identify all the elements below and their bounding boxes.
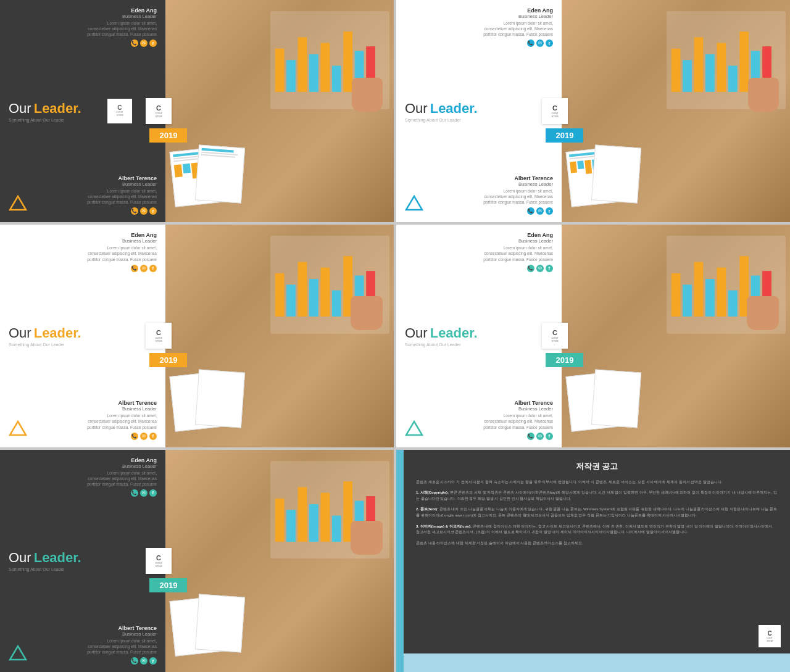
logo-center-s4: C CONTSTEM [542,323,568,349]
svg-rect-21 [275,273,285,317]
svg-rect-13 [694,37,704,92]
svg-rect-36 [728,291,738,317]
svg-rect-41 [275,499,285,542]
svg-rect-23 [298,262,307,317]
svg-rect-45 [321,492,330,541]
copyright-footer: 콘텐츠 내용 라이선스에 대한 세세한 서정은 슬레이서 마당에서 사용한 콘텐… [416,541,778,547]
copyright-font-section: 1. 서체(Copyright): 본콘 콘텐츠의 서체 및 저작권은 콘텐츠 … [416,490,778,502]
copyright-logo: C CONTSTEM [759,625,781,647]
svg-rect-31 [672,273,681,317]
person2-desc: Lorem ipsum dolor sit amet,consectetuer … [9,188,157,205]
copyright-title: 저작권 공고 [416,461,778,472]
year-badge-s1: 2019 [149,128,187,143]
copyright-intro: 콘텐츠 새로운 시스카이 기 전에서 내분의 합력 숙소하는 사에이는 향을 위… [416,479,778,486]
svg-marker-0 [10,196,26,210]
svg-rect-16 [728,66,738,92]
year-badge-s3: 2019 [149,353,187,367]
svg-rect-34 [705,279,715,317]
svg-rect-2 [286,60,296,92]
svg-rect-4 [309,54,318,92]
person2-icons: 📞 ✉ f [9,207,157,215]
slide-5: Eden Ang Business Leader Lorem ipsum dol… [0,450,394,672]
year-badge-s4: 2019 [546,353,583,367]
person2-title: Business Leader [9,181,157,187]
person2-card-s2: Albert Terence Business Leader Lorem ips… [405,175,553,215]
slide-2: Eden Ang Business Leader Lorem ipsum dol… [396,0,790,222]
svg-rect-44 [309,504,318,542]
logo-center-s1: C CONTSTEM [146,98,172,124]
svg-rect-12 [683,60,692,92]
svg-marker-30 [406,421,422,435]
svg-marker-40 [10,646,26,660]
svg-rect-43 [298,487,307,542]
person1-name: Eden Ang [9,7,157,14]
logo-s1: C CONTSTEM [107,99,132,123]
svg-rect-5 [321,43,330,92]
person1-card-s2: Eden Ang Business Leader Lorem ipsum dol… [405,7,553,47]
svg-rect-3 [298,37,307,92]
person1-title: Business Leader [9,14,157,19]
svg-rect-22 [286,285,296,317]
person2-name: Albert Terence [9,175,157,181]
person1-card-s3: Eden Ang Business Leader Lorem ipsum dol… [9,232,157,272]
slide1-title: Our Leader. [9,101,157,117]
logo-center-s5: C CONTSTEM [146,548,172,574]
svg-rect-32 [683,285,692,317]
person1-card: Eden Ang Business Leader Lorem ipsum dol… [9,7,157,47]
slide-3: Eden Ang Business Leader Lorem ipsum dol… [0,225,394,447]
svg-marker-20 [10,421,26,435]
person1-icons: 📞 ✉ f [9,39,157,47]
svg-rect-6 [332,66,341,92]
svg-rect-11 [672,49,681,92]
svg-rect-15 [717,43,726,92]
logo-center-s3: C CONTSTEM [146,323,172,349]
slide-4: Eden Ang Business Leader Lorem ipsum dol… [396,225,790,447]
slide-copyright: 저작권 공고 콘텐츠 새로운 시스카이 기 전에서 내분의 합력 숙소하는 사에… [396,450,790,672]
year-badge-s2: 2019 [546,128,583,143]
svg-marker-10 [406,196,422,210]
triangle-decoration-s1 [9,195,27,214]
svg-rect-24 [309,279,318,317]
svg-rect-14 [705,54,715,92]
svg-rect-1 [275,49,285,92]
svg-rect-42 [286,510,296,542]
svg-rect-25 [321,268,330,317]
slide1-subtitle: Something About Our Leader [9,118,157,122]
svg-rect-33 [694,262,704,317]
person1-desc: Lorem ipsum dolor sit amet,consectetuer … [9,20,157,37]
copyright-image-section: 3. 이미지(image) & 이모지(icon): 콘텐츠 내에 참이이선스 … [416,524,778,536]
svg-rect-46 [332,515,341,541]
slide-1: Eden Ang Business Leader Lorem ipsum dol… [0,0,394,222]
person2-card: Albert Terence Business Leader Lorem ips… [9,175,157,215]
copyright-nanum-section: 2. 폰트(font): 콘텐츠 내에 쓰인 나눔글꼴 서체는 나눔에 이용자에… [416,507,778,518]
svg-rect-26 [332,291,341,317]
logo-center-s2: C CONTSTEM [542,98,568,124]
svg-rect-35 [717,268,726,317]
year-badge-s5: 2019 [149,578,187,592]
